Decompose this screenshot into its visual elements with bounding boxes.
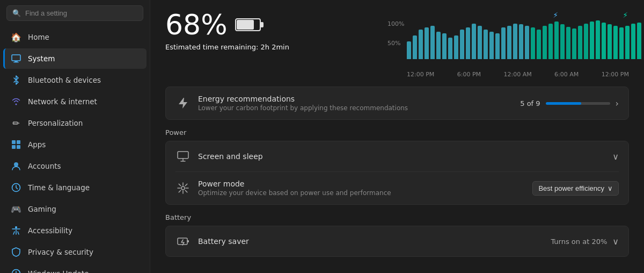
sidebar-item-apps[interactable]: Apps — [3, 134, 147, 155]
search-box[interactable]: 🔍 — [6, 5, 143, 21]
chart-x-labels: 12:00 PM 6:00 PM 12:00 AM 6:00 AM 12:00 … — [407, 71, 629, 78]
search-input[interactable] — [25, 9, 137, 17]
chart-y-labels: 100% 50% — [387, 20, 404, 69]
sidebar-item-bluetooth[interactable]: Bluetooth & devices — [3, 70, 147, 90]
battery-saver-value: Turns on at 20% — [551, 238, 607, 246]
sidebar-item-personalization[interactable]: ✏️ Personalization — [3, 113, 147, 133]
chart-bar — [602, 23, 606, 59]
power-card: Screen and sleep ∨ Power mode Optimize y… — [165, 141, 629, 205]
sidebar-item-label: System — [28, 54, 55, 63]
power-mode-row[interactable]: Power mode Optimize your device based on… — [166, 172, 628, 204]
battery-saver-text: Battery saver — [198, 237, 543, 246]
power-mode-right: Best power efficiency ∨ — [532, 181, 619, 196]
chart-bar — [513, 24, 517, 59]
privacy-icon — [11, 247, 21, 257]
battery-header: 68% Estimated time remaining: 2h 2min ⚡ … — [165, 11, 629, 78]
chart-bar — [489, 32, 494, 59]
svg-rect-17 — [187, 240, 189, 242]
sidebar-item-label: Time & language — [28, 183, 90, 192]
chart-bar — [472, 24, 476, 59]
chart-bar — [578, 26, 582, 59]
energy-progress-bar — [546, 102, 610, 105]
sidebar-item-accounts[interactable]: Accounts — [3, 156, 147, 176]
power-mode-dropdown[interactable]: Best power efficiency ∨ — [532, 181, 619, 196]
chart-wrapper: 100% 50% — [387, 20, 629, 69]
network-icon — [11, 96, 21, 107]
chart-bar — [596, 20, 600, 59]
apps-icon — [11, 139, 21, 150]
chevron-right-icon: › — [616, 98, 619, 109]
energy-title: Energy recommendations — [198, 95, 513, 103]
sidebar-item-network[interactable]: Network & internet — [3, 91, 147, 112]
svg-rect-13 — [237, 20, 254, 30]
battery-eta-value: 2h 2min — [260, 43, 289, 51]
battery-saver-card[interactable]: Battery saver Turns on at 20% ∨ — [165, 226, 629, 257]
chart-bar — [478, 26, 482, 59]
power-mode-value: Best power efficiency — [538, 184, 604, 192]
sidebar-item-label: Personalization — [28, 119, 83, 127]
sidebar: 🔍 🏠 Home System Bluetooth & devices — [0, 0, 150, 273]
screen-sleep-text: Screen and sleep — [198, 152, 605, 161]
accessibility-icon — [11, 225, 21, 236]
bolt-right-icon: ⚡ — [623, 11, 628, 19]
sidebar-item-label: Apps — [28, 140, 46, 149]
chart-bar — [608, 24, 612, 59]
gaming-icon: 🎮 — [11, 204, 21, 214]
power-section-label: Power — [165, 128, 629, 136]
chart-bar — [531, 27, 535, 59]
sidebar-item-accessibility[interactable]: Accessibility — [3, 220, 147, 241]
sidebar-item-time[interactable]: Time & language — [3, 177, 147, 198]
chart-bar — [637, 23, 641, 59]
battery-saver-row[interactable]: Battery saver Turns on at 20% ∨ — [166, 226, 628, 256]
battery-eta: Estimated time remaining: 2h 2min — [165, 43, 289, 51]
chart-bar — [448, 38, 452, 59]
power-mode-title: Power mode — [198, 179, 525, 188]
chart-bar — [537, 30, 541, 59]
sidebar-item-label: Bluetooth & devices — [28, 76, 101, 84]
energy-status: 5 of 9 — [520, 99, 540, 107]
chart-bar — [525, 26, 529, 59]
personalization-icon: ✏️ — [11, 118, 21, 128]
sidebar-item-label: Accessibility — [28, 226, 72, 235]
svg-rect-5 — [12, 145, 16, 149]
accounts-icon — [11, 161, 21, 171]
update-icon — [11, 268, 21, 273]
chart-bar — [413, 35, 417, 59]
chart-bar — [495, 33, 500, 59]
sidebar-item-system[interactable]: System — [3, 48, 147, 69]
battery-saver-title: Battery saver — [198, 237, 543, 246]
chart-bar — [519, 24, 523, 59]
sidebar-item-label: Accounts — [28, 162, 61, 170]
sidebar-item-home[interactable]: 🏠 Home — [3, 27, 147, 47]
sidebar-item-label: Privacy & security — [28, 248, 93, 256]
sidebar-item-windows-update[interactable]: Windows Update — [3, 263, 147, 273]
svg-rect-14 — [178, 152, 188, 159]
sidebar-item-label: Home — [28, 33, 49, 41]
battery-chart: ⚡ ⚡ 100% 50% 12:00 PM 6:00 PM 12:00 AM 6… — [387, 11, 629, 78]
battery-percent-row: 68% — [165, 11, 289, 39]
chart-bars — [407, 20, 629, 59]
power-mode-desc: Optimize your device based on power use … — [198, 189, 525, 197]
chart-bar — [436, 32, 441, 59]
energy-recommendations-card[interactable]: Energy recommendations Lower your carbon… — [165, 87, 629, 120]
energy-right: 5 of 9 › — [520, 98, 619, 109]
power-mode-chevron-icon: ∨ — [608, 184, 613, 192]
chart-bar — [566, 27, 570, 59]
battery-info: 68% Estimated time remaining: 2h 2min — [165, 11, 289, 51]
chart-bar — [501, 27, 506, 59]
svg-rect-2 — [13, 62, 19, 63]
svg-rect-12 — [260, 22, 264, 27]
sidebar-item-privacy[interactable]: Privacy & security — [3, 242, 147, 262]
energy-recommendations-row[interactable]: Energy recommendations Lower your carbon… — [166, 87, 628, 119]
chart-bar — [619, 27, 624, 59]
chart-bar — [554, 21, 559, 59]
sidebar-item-gaming[interactable]: 🎮 Gaming — [3, 199, 147, 219]
chart-bar — [613, 26, 618, 59]
chart-bar — [425, 27, 429, 59]
screen-sleep-row[interactable]: Screen and sleep ∨ — [166, 141, 628, 171]
chart-bar — [625, 26, 630, 59]
chevron-down-icon: ∨ — [612, 152, 619, 162]
energy-icon — [175, 96, 191, 111]
chart-bar — [543, 26, 547, 59]
screen-sleep-icon — [175, 149, 191, 164]
